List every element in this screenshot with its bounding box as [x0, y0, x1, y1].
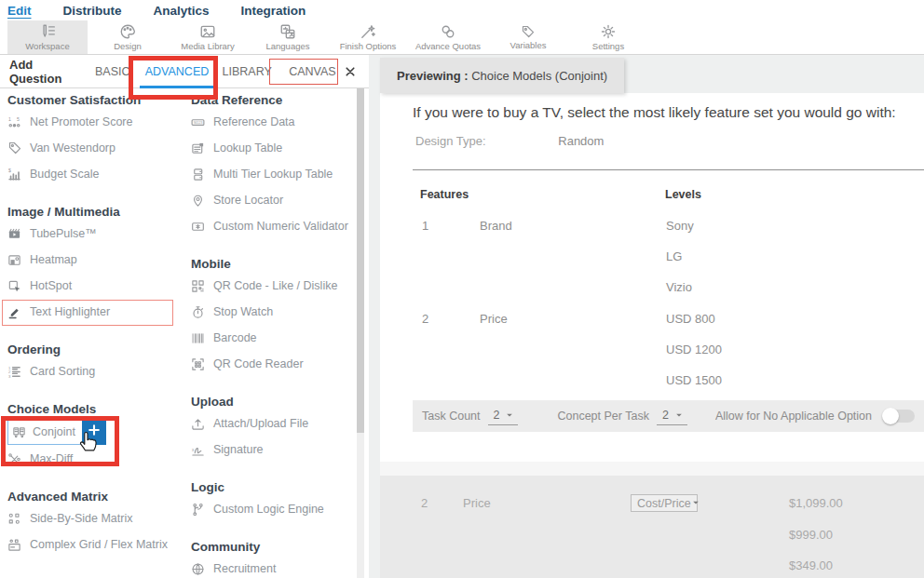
toolbar-languages[interactable]: Languages [248, 20, 328, 54]
gear-icon [600, 23, 617, 40]
toolbar-finish-options[interactable]: Finish Options [328, 20, 408, 54]
item-hotspot[interactable]: HotSpot [7, 273, 182, 299]
item-conjoint[interactable]: Conjoint [7, 418, 182, 446]
complex-grid-icon [7, 538, 30, 552]
tag-icon [521, 24, 536, 39]
design-type-label: Design Type: [415, 134, 486, 148]
section-mobile: Mobile [191, 256, 354, 273]
item-multi-tier-lookup[interactable]: Multi Tier Lookup Table [191, 161, 354, 187]
level-value: Vizio [666, 280, 692, 294]
task-count-dropdown[interactable]: 2 [488, 407, 519, 425]
item-net-promoter-score[interactable]: 15 Net Promoter Score [7, 109, 182, 135]
close-icon[interactable] [345, 66, 369, 77]
item-budget-scale[interactable]: $ Budget Scale [7, 161, 182, 187]
add-conjoint-button[interactable] [82, 420, 106, 445]
tab-library[interactable]: LIBRARY [214, 55, 280, 88]
toolbar-label: Variables [510, 40, 547, 50]
item-qr-like-dislike[interactable]: QR Code - Like / Dislike [191, 273, 354, 299]
item-card-sorting[interactable]: 123 Card Sorting [7, 358, 182, 384]
top-menu-bar: Edit Distribute Analytics Integration [0, 0, 924, 20]
scrollbar-thumb[interactable] [357, 88, 364, 433]
item-qr-code-reader[interactable]: QR Code Reader [191, 351, 354, 377]
item-label: Barcode [213, 331, 257, 344]
tab-basic[interactable]: BASIC [85, 55, 140, 88]
matrix-icon [7, 512, 30, 526]
item-numeric-validator[interactable]: Custom Numeric Validator [191, 213, 354, 239]
no-applicable-option-label: Allow for No Applicable Option [715, 410, 872, 423]
item-custom-logic-engine[interactable]: Custom Logic Engine [191, 496, 354, 522]
chevron-down-icon [505, 407, 514, 423]
design-palette-icon [119, 23, 136, 40]
item-signature[interactable]: x Signature [191, 437, 354, 463]
no-applicable-option-toggle[interactable] [883, 410, 915, 423]
survey-editor-window: Edit Distribute Analytics Integration Wo… [0, 0, 924, 578]
conjoint-preview-panel: If you were to buy a TV, select the most… [380, 93, 924, 462]
concept-per-task-label: Concept Per Task [557, 410, 648, 423]
panel-scrollbar[interactable] [357, 88, 364, 578]
item-van-westendorp[interactable]: Van Westendorp [7, 135, 182, 161]
item-label: Budget Scale [30, 168, 99, 181]
concept-per-task-dropdown[interactable]: 2 [657, 407, 687, 425]
dimmed-editor-background [380, 476, 924, 578]
item-tubepulse[interactable]: TubePulse™ [7, 221, 182, 247]
multi-tier-icon [191, 168, 213, 181]
chevron-down-icon [674, 407, 684, 423]
item-label: Custom Logic Engine [213, 503, 324, 516]
edit-toolbar: Workspace Design Media Library Languages… [0, 20, 924, 55]
feature-name: Price [480, 312, 508, 326]
feature-row-number: 1 [422, 219, 428, 233]
item-label: Text Highlighter [30, 305, 110, 318]
reference-data-icon: 94123 [191, 115, 213, 129]
item-heatmap[interactable]: Heatmap [7, 247, 182, 273]
upload-icon [191, 417, 213, 431]
svg-text:94123: 94123 [194, 121, 203, 125]
toolbar-label: Finish Options [340, 41, 397, 51]
dimmed-price-1: $1,099.00 [789, 496, 843, 510]
item-reference-data[interactable]: 94123 Reference Data [191, 109, 354, 135]
item-complex-grid[interactable]: Complex Grid / Flex Matrix [7, 531, 182, 558]
item-stop-watch[interactable]: Stop Watch [191, 299, 354, 325]
item-label: Reference Data [213, 115, 295, 128]
tab-advanced[interactable]: ADVANCED [140, 55, 213, 88]
cost-price-select[interactable]: Cost/Price [631, 494, 698, 512]
section-logic: Logic [191, 479, 354, 496]
price-tag-icon [7, 141, 30, 155]
toolbar-workspace[interactable]: Workspace [7, 20, 88, 54]
toolbar-media-library[interactable]: Media Library [168, 20, 248, 54]
svg-text:x: x [192, 448, 195, 452]
menu-distribute[interactable]: Distribute [63, 4, 122, 18]
menu-integration[interactable]: Integration [241, 4, 306, 18]
item-barcode[interactable]: Barcode [191, 325, 354, 351]
item-text-highlighter[interactable]: Text Highlighter [7, 299, 182, 325]
item-max-diff[interactable]: Max-Diff [7, 446, 182, 472]
nps-scale-icon: 15 [7, 115, 30, 129]
tab-canvas[interactable]: CANVAS [280, 55, 345, 88]
task-count-value: 2 [494, 409, 500, 422]
item-attach-upload[interactable]: Attach/Upload File [191, 410, 354, 437]
item-label: Conjoint [33, 425, 83, 438]
toolbar-design[interactable]: Design [88, 20, 168, 54]
item-recruitment[interactable]: Recruitment [191, 556, 354, 578]
svg-text:3: 3 [8, 374, 11, 379]
item-label: TubePulse™ [30, 227, 97, 240]
signature-icon: x [191, 443, 213, 457]
conjoint-settings-bar: Task Count 2 Concept Per Task 2 Allow fo… [413, 400, 924, 432]
question-types-list: Customer Satisfaction 15 Net Promoter Sc… [0, 88, 361, 578]
languages-icon [279, 23, 296, 40]
item-label: Attach/Upload File [213, 417, 308, 430]
map-pin-icon [191, 194, 213, 208]
menu-analytics[interactable]: Analytics [154, 4, 210, 18]
toolbar-advance-quotas[interactable]: Advance Quotas [408, 20, 488, 54]
toolbar-variables[interactable]: Variables [488, 20, 568, 54]
chevron-down-icon [691, 497, 700, 510]
toolbar-settings[interactable]: Settings [568, 20, 648, 54]
add-question-panel: Add Question BASIC ADVANCED LIBRARY CANV… [0, 55, 369, 578]
item-store-locator[interactable]: Store Locator [191, 187, 354, 213]
menu-edit[interactable]: Edit [7, 4, 32, 18]
conjoint-chip[interactable]: Conjoint [7, 420, 106, 445]
level-value: USD 800 [666, 312, 715, 326]
item-side-by-side-matrix[interactable]: Side-By-Side Matrix [7, 505, 182, 531]
section-upload: Upload [191, 394, 354, 410]
highlighter-icon [7, 305, 30, 319]
item-lookup-table[interactable]: Lookup Table [191, 135, 354, 161]
